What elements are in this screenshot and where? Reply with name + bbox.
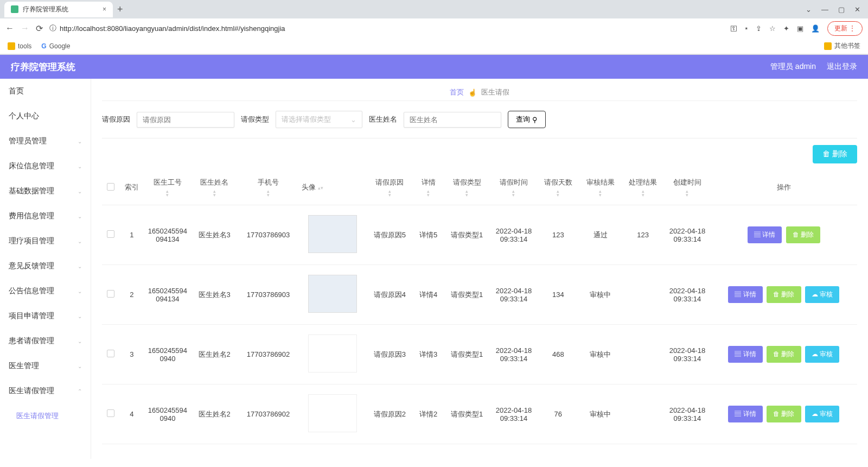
cell-create-time: 2022-04-18 09:33:14 [664, 384, 710, 444]
chevron-down-icon: ⌄ [78, 238, 82, 244]
maximize-icon[interactable]: ▢ [838, 5, 845, 14]
filter-name-input[interactable] [404, 112, 501, 128]
sidebar-item-doctor-leave[interactable]: 医生请假管理⌃ [0, 378, 91, 403]
row-audit-button[interactable]: ☁ 审核 [805, 286, 839, 303]
th-process-result[interactable]: 处理结果▴▾ [622, 170, 664, 205]
row-detail-button[interactable]: ▤ 详情 [728, 286, 762, 303]
th-phone[interactable]: 手机号▴▾ [238, 170, 299, 205]
select-all-checkbox[interactable] [107, 183, 114, 191]
batch-delete-button[interactable]: 🗑 删除 [813, 145, 857, 163]
chevron-down-icon: ⌄ [78, 313, 82, 319]
bookmark-tools[interactable]: tools [8, 42, 31, 50]
sidebar-item-basedata[interactable]: 基础数据管理⌄ [0, 179, 91, 204]
cell-days: 76 [537, 384, 579, 444]
sort-icon: ▴▾ [465, 190, 468, 197]
th-doctor-id[interactable]: 医生工号▴▾ [144, 170, 190, 205]
sidepanel-icon[interactable]: ▣ [797, 24, 803, 33]
row-detail-button[interactable]: ▤ 详情 [748, 226, 782, 243]
key-icon[interactable]: ⚿ [730, 24, 737, 33]
logout-button[interactable]: 退出登录 [827, 62, 857, 72]
sidebar-item-feedback[interactable]: 意见反馈管理⌄ [0, 254, 91, 279]
avatar-image [308, 215, 357, 253]
sidebar-item-therapy[interactable]: 理疗项目管理⌄ [0, 229, 91, 254]
star-icon[interactable]: ☆ [769, 24, 776, 33]
cell-avatar [298, 384, 366, 444]
reload-button[interactable]: ⟳ [36, 23, 43, 34]
th-avatar[interactable]: 头像▴▾ [298, 170, 366, 205]
sort-icon: ▴▾ [557, 190, 559, 197]
translate-icon[interactable]: ⭑ [745, 24, 748, 33]
th-create-time[interactable]: 创建时间▴▾ [664, 170, 710, 205]
caret-down-icon[interactable]: ⌄ [806, 5, 812, 14]
sort-icon: ▴▾ [166, 190, 169, 197]
sort-icon: ▴▾ [267, 190, 270, 197]
user-label[interactable]: 管理员 admin [770, 62, 816, 72]
sort-icon: ▴▾ [642, 190, 644, 197]
row-delete-button[interactable]: 🗑 删除 [767, 286, 801, 303]
chevron-down-icon: ⌄ [78, 188, 82, 194]
chevron-up-icon: ⌃ [78, 388, 82, 394]
row-checkbox[interactable] [107, 230, 114, 238]
sort-icon: ▴▾ [686, 190, 688, 197]
bookmark-google[interactable]: GGoogle [41, 42, 70, 50]
cell-leave-time: 2022-04-18 09:33:14 [490, 325, 537, 384]
sidebar-item-patient-leave[interactable]: 患者请假管理⌄ [0, 329, 91, 354]
update-button[interactable]: 更新 ⋮ [827, 21, 863, 36]
sidebar-item-admin[interactable]: 管理员管理⌄ [0, 129, 91, 154]
row-detail-button[interactable]: ▤ 详情 [728, 346, 762, 363]
th-days[interactable]: 请假天数▴▾ [537, 170, 579, 205]
sidebar-subitem-doctor-leave-mgmt[interactable]: 医生请假管理 [0, 403, 91, 428]
th-ops: 操作 [711, 170, 857, 205]
sidebar-item-notice[interactable]: 公告信息管理⌄ [0, 279, 91, 304]
bookmark-other[interactable]: 其他书签 [824, 41, 860, 51]
back-button[interactable]: ← [5, 23, 14, 33]
row-checkbox[interactable] [107, 350, 114, 357]
filter-type-select[interactable]: 请选择请假类型⌄ [276, 111, 362, 128]
sidebar-item-bed[interactable]: 床位信息管理⌄ [0, 154, 91, 179]
forward-button[interactable]: → [21, 23, 29, 33]
row-delete-button[interactable]: 🗑 删除 [786, 226, 820, 243]
new-tab-button[interactable]: + [117, 4, 123, 15]
cell-doctor-id: 1650245594094134 [144, 205, 190, 265]
chevron-down-icon: ⌄ [350, 116, 356, 124]
row-delete-button[interactable]: 🗑 删除 [767, 346, 801, 363]
browser-tab[interactable]: 疗养院管理系统 × [4, 2, 113, 17]
chevron-down-icon: ⌄ [78, 163, 82, 169]
cell-audit-result: 审核中 [579, 265, 622, 325]
th-doctor-name[interactable]: 医生姓名▴▾ [191, 170, 238, 205]
th-type[interactable]: 请假类型▴▾ [443, 170, 490, 205]
th-detail[interactable]: 详情▴▾ [413, 170, 443, 205]
url-input[interactable]: ⓘ http://localhost:8080/liaoyangyuan/adm… [49, 23, 724, 33]
row-delete-button[interactable]: 🗑 删除 [767, 406, 801, 422]
row-checkbox[interactable] [107, 409, 114, 417]
row-checkbox[interactable] [107, 290, 114, 298]
table-row: 4 16502455940940 医生姓名2 17703786902 请假原因2… [102, 384, 857, 444]
sidebar: 首页 个人中心 管理员管理⌄ 床位信息管理⌄ 基础数据管理⌄ 费用信息管理⌄ 理… [0, 79, 91, 459]
sort-icon: ▴▾ [427, 190, 430, 197]
sidebar-item-fee[interactable]: 费用信息管理⌄ [0, 204, 91, 229]
sidebar-item-home[interactable]: 首页 [0, 79, 91, 104]
sidebar-item-doctor[interactable]: 医生管理⌄ [0, 354, 91, 378]
minimize-icon[interactable]: — [821, 5, 828, 14]
th-index[interactable]: 索引 [119, 170, 144, 205]
row-detail-button[interactable]: ▤ 详情 [728, 406, 762, 422]
sidebar-item-personal[interactable]: 个人中心 [0, 104, 91, 129]
cell-leave-time: 2022-04-18 09:33:14 [490, 265, 537, 325]
share-icon[interactable]: ⇪ [756, 24, 762, 33]
filter-reason-input[interactable] [137, 112, 234, 128]
th-audit-result[interactable]: 审核结果▴▾ [579, 170, 622, 205]
extensions-icon[interactable]: ✦ [783, 24, 789, 33]
row-audit-button[interactable]: ☁ 审核 [805, 346, 839, 363]
th-reason[interactable]: 请假原因▴▾ [366, 170, 413, 205]
url-text: http://localhost:8080/liaoyangyuan/admin… [60, 24, 285, 33]
sidebar-item-apply[interactable]: 项目申请管理⌄ [0, 304, 91, 329]
cell-doctor-id: 16502455940940 [144, 325, 190, 384]
close-window-icon[interactable]: ✕ [854, 5, 860, 14]
breadcrumb-home[interactable]: 首页 [450, 87, 464, 97]
close-icon[interactable]: × [103, 5, 106, 13]
profile-icon[interactable]: 👤 [811, 24, 820, 33]
query-button[interactable]: 查询⚲ [508, 111, 546, 128]
th-leave-time[interactable]: 请假时间▴▾ [490, 170, 537, 205]
row-audit-button[interactable]: ☁ 审核 [805, 406, 839, 422]
cell-doctor-name: 医生姓名3 [191, 265, 238, 325]
